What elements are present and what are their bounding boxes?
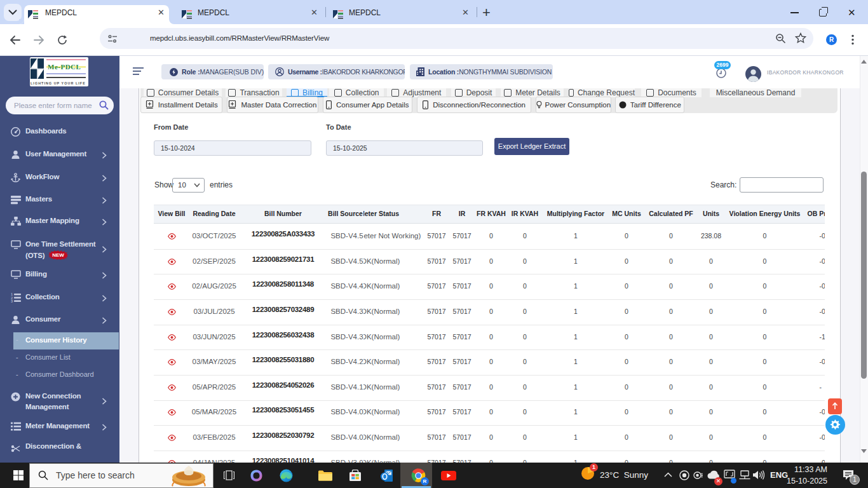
svg-text:Me-PDCL: Me-PDCL [48,63,81,71]
svg-text:LIGHTING UP YOUR LIFE: LIGHTING UP YOUR LIFE [31,81,86,85]
svg-text:3: 3 [11,299,13,302]
